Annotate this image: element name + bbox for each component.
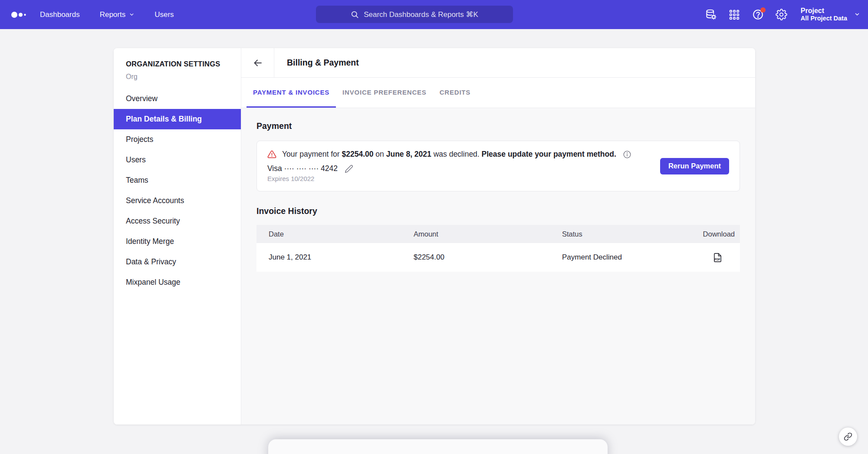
sidebar-item-service-accounts[interactable]: Service Accounts	[114, 191, 241, 211]
sidebar-item-identity-merge[interactable]: Identity Merge	[114, 231, 241, 252]
column-header-amount: Amount	[401, 230, 550, 238]
invoice-date: June 1, 2021	[256, 253, 401, 262]
nav-reports-label: Reports	[100, 10, 126, 19]
alert-text-prefix: Your payment for	[282, 150, 342, 158]
card-expiry: Expires 10/2022	[267, 175, 729, 182]
data-management-button[interactable]	[705, 9, 717, 20]
alert-text-suffix: was declined.	[431, 150, 482, 158]
payment-declined-card: Your payment for $2254.00 on June 8, 202…	[256, 141, 740, 191]
help-button[interactable]	[752, 9, 764, 20]
project-value: All Project Data	[801, 15, 847, 22]
download-invoice-button[interactable]: PDF	[688, 253, 740, 263]
sidebar-item-mixpanel-usage[interactable]: Mixpanel Usage	[114, 272, 241, 293]
edit-payment-method-button[interactable]	[345, 164, 353, 173]
app-root: Dashboards Reports Users Search Dashboar…	[0, 0, 868, 454]
copy-link-button[interactable]	[839, 428, 857, 446]
chevron-down-icon	[854, 11, 860, 17]
invoice-amount: $2254.00	[401, 253, 550, 262]
grid-dots-icon	[729, 9, 740, 20]
settings-card: ORGANIZATION SETTINGS Org Overview Plan …	[114, 48, 755, 424]
pencil-icon	[345, 164, 353, 173]
column-header-download: Download	[688, 230, 740, 238]
sidebar-item-data-privacy[interactable]: Data & Privacy	[114, 252, 241, 272]
alert-text-mid: on	[374, 150, 386, 158]
payment-info-button[interactable]	[623, 150, 631, 159]
invoice-table: Date Amount Status Download June 1, 2021…	[256, 225, 740, 272]
billing-tabs: PAYMENT & INVOICES INVOICE PREFERENCES C…	[241, 78, 755, 108]
invoice-table-header: Date Amount Status Download	[256, 225, 740, 243]
nav-dashboards-label: Dashboards	[40, 10, 80, 19]
tab-content: Payment Your payment for $2254.00 on Jun…	[241, 108, 755, 424]
payment-section-title: Payment	[256, 121, 740, 131]
column-header-date: Date	[256, 230, 401, 238]
sidebar-heading: ORGANIZATION SETTINGS	[114, 60, 241, 68]
alert-emphasis: Please update your payment method.	[482, 150, 616, 158]
nav-users[interactable]: Users	[145, 0, 184, 29]
top-navbar: Dashboards Reports Users Search Dashboar…	[0, 0, 868, 29]
arrow-left-icon	[253, 58, 263, 68]
alert-amount: $2254.00	[342, 150, 374, 158]
pdf-file-icon: PDF	[713, 253, 723, 263]
mixpanel-logo-icon[interactable]	[11, 10, 28, 20]
main-panel: Billing & Payment PAYMENT & INVOICES INV…	[241, 48, 755, 424]
search-input[interactable]: Search Dashboards & Reports ⌘K	[316, 6, 513, 23]
org-settings-sidebar: ORGANIZATION SETTINGS Org Overview Plan …	[114, 48, 241, 424]
svg-text:PDF: PDF	[715, 258, 720, 261]
rerun-payment-button[interactable]: Rerun Payment	[660, 158, 729, 174]
search-placeholder: Search Dashboards & Reports ⌘K	[364, 10, 478, 19]
bottom-sheet-shadow	[268, 439, 608, 454]
payment-declined-message: Your payment for $2254.00 on June 8, 202…	[267, 150, 729, 159]
back-button[interactable]	[241, 48, 274, 77]
column-header-status: Status	[550, 230, 688, 238]
sidebar-item-plan-details-billing[interactable]: Plan Details & Billing	[114, 109, 241, 129]
org-name: Org	[114, 73, 241, 81]
tab-credits[interactable]: CREDITS	[433, 78, 477, 108]
alert-text: Your payment for $2254.00 on June 8, 202…	[282, 150, 616, 159]
search-icon	[351, 10, 359, 19]
page-title: Billing & Payment	[274, 48, 359, 77]
project-selector[interactable]: Project All Project Data	[801, 7, 860, 23]
invoice-status: Payment Declined	[550, 253, 688, 262]
card-masked-number: Visa ···· ···· ···· 4242	[267, 164, 338, 173]
navbar-actions: Project All Project Data	[705, 0, 860, 29]
sidebar-item-projects[interactable]: Projects	[114, 129, 241, 150]
sidebar-item-users[interactable]: Users	[114, 150, 241, 170]
alert-triangle-icon	[267, 150, 276, 159]
apps-grid-button[interactable]	[729, 9, 740, 20]
gear-icon	[776, 9, 787, 20]
project-label: Project	[801, 7, 847, 15]
project-selector-text: Project All Project Data	[801, 7, 847, 23]
sidebar-item-overview[interactable]: Overview	[114, 89, 241, 109]
tab-invoice-preferences[interactable]: INVOICE PREFERENCES	[336, 78, 433, 108]
primary-nav: Dashboards Reports Users	[30, 0, 184, 29]
settings-button[interactable]	[776, 9, 787, 20]
notification-dot	[760, 7, 766, 13]
alert-date: June 8, 2021	[386, 150, 431, 158]
page-header: Billing & Payment	[241, 48, 755, 78]
invoice-history-title: Invoice History	[256, 206, 740, 216]
chevron-down-icon	[129, 12, 135, 17]
database-gear-icon	[705, 9, 717, 20]
invoice-table-row: June 1, 2021 $2254.00 Payment Declined P…	[256, 243, 740, 272]
info-circle-icon	[623, 150, 631, 159]
tab-payment-invoices[interactable]: PAYMENT & INVOICES	[247, 78, 336, 108]
sidebar-item-teams[interactable]: Teams	[114, 170, 241, 191]
sidebar-item-access-security[interactable]: Access Security	[114, 211, 241, 231]
nav-users-label: Users	[155, 10, 174, 19]
nav-dashboards[interactable]: Dashboards	[30, 0, 90, 29]
nav-reports[interactable]: Reports	[90, 0, 145, 29]
link-icon	[844, 432, 852, 441]
sidebar-nav: Overview Plan Details & Billing Projects…	[114, 89, 241, 293]
